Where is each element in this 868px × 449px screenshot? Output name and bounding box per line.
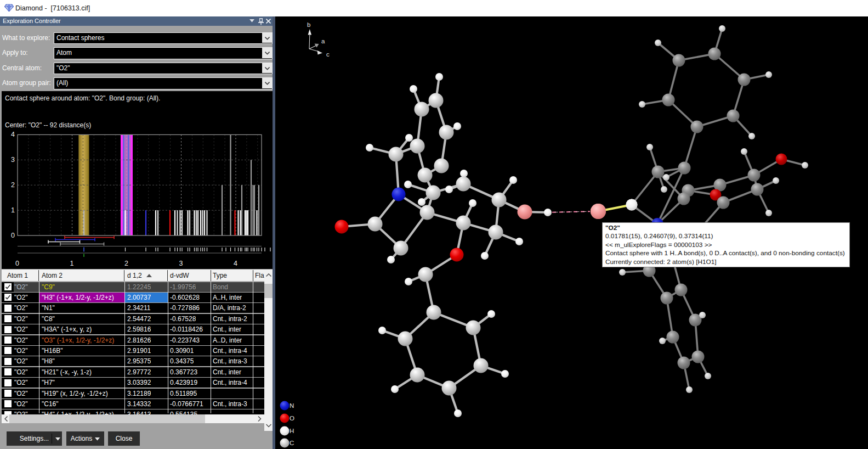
svg-text:a: a bbox=[321, 38, 325, 44]
svg-text:C: C bbox=[290, 440, 294, 446]
svg-text:N: N bbox=[290, 402, 294, 409]
svg-text:b: b bbox=[307, 21, 310, 28]
svg-text:c: c bbox=[326, 51, 330, 58]
svg-text:H: H bbox=[290, 428, 294, 434]
svg-text:O: O bbox=[290, 415, 294, 422]
